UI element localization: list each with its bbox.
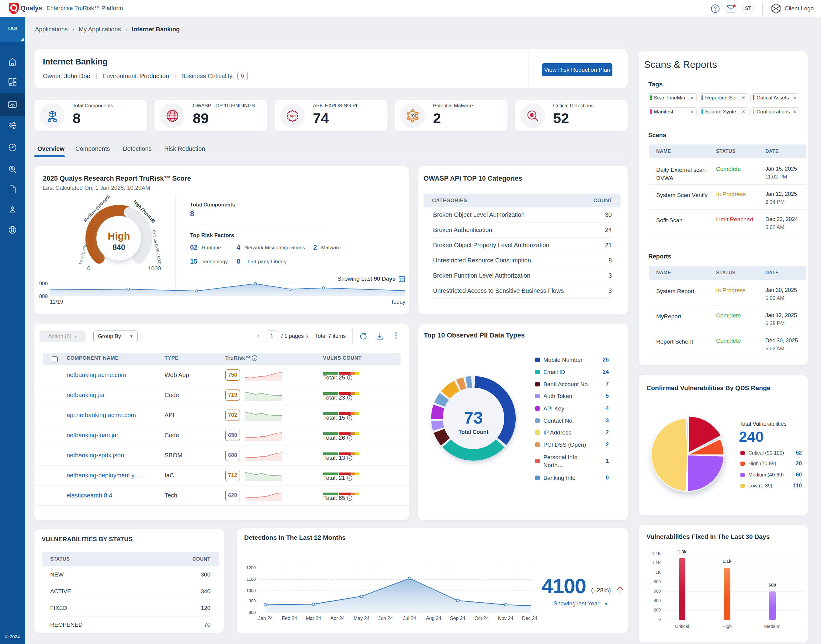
svg-text:High: High	[107, 230, 130, 242]
svg-text:1000: 1000	[148, 265, 161, 271]
svg-text:0: 0	[87, 265, 91, 271]
svg-text:840: 840	[112, 243, 125, 251]
svg-text:Low (0-499): Low (0-499)	[78, 242, 89, 265]
svg-text:Critical (850-1000): Critical (850-1000)	[152, 230, 163, 265]
svg-text:73: 73	[464, 408, 483, 427]
svg-text:API: API	[289, 114, 295, 118]
svg-text:Total Count: Total Count	[459, 429, 489, 435]
